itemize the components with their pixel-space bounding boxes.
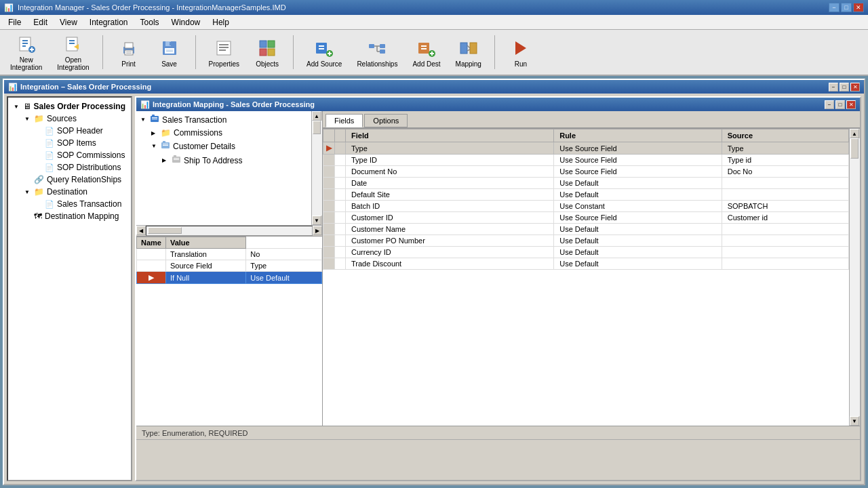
source-batchid: SOPBATCH [722, 201, 848, 212]
field-row-docno[interactable]: Document No Use Source Field Doc No [323, 166, 849, 178]
outer-maximize-button[interactable]: □ [840, 83, 849, 92]
mapping-tree-customer-details[interactable]: ▼ [149, 139, 310, 153]
tree-sources-label: Sources [47, 114, 77, 123]
field-row-customerid[interactable]: Customer ID Use Source Field Customer id [323, 212, 849, 224]
tree-sop-items[interactable]: 📄 SOP Items [33, 137, 128, 149]
mapping-tree-commissions[interactable]: ▶ 📁 Commissions [149, 127, 310, 139]
new-integration-button[interactable]: NewIntegration [5, 30, 47, 74]
tree-root-item[interactable]: ▼ 🖥 Sales Order Processing [11, 100, 128, 113]
maximize-button[interactable]: □ [841, 3, 852, 12]
tree-sources[interactable]: ▼ 📁 Sources [22, 113, 128, 125]
properties-button[interactable]: Properties [204, 35, 245, 70]
mapping-maximize-button[interactable]: □ [835, 100, 845, 109]
tree-scroll-track[interactable] [312, 121, 322, 216]
close-button[interactable]: ✕ [853, 3, 864, 12]
svg-rect-19 [166, 49, 173, 52]
add-source-icon [313, 37, 335, 59]
rule-date: Use Default [554, 178, 722, 189]
tree-destination-mapping[interactable]: 🗺 Destination Mapping [22, 210, 128, 222]
menu-view[interactable]: View [54, 16, 83, 28]
tree-scroll-left[interactable]: ◀ [136, 226, 146, 235]
field-row-customerpo[interactable]: Customer PO Number Use Default [323, 235, 849, 247]
tree-scroll-up[interactable]: ▲ [312, 111, 321, 121]
mapping-tree-ship-to[interactable]: ▶ [159, 153, 310, 167]
svg-rect-58 [163, 145, 168, 146]
fields-scroll-down[interactable]: ▼ [850, 416, 859, 426]
tree-sources-icon: 📁 [34, 114, 44, 123]
add-dest-icon [416, 37, 437, 59]
objects-button[interactable]: Objects [250, 35, 285, 70]
tree-hscroll-thumb[interactable] [148, 227, 182, 234]
field-currencyid: Currency ID [346, 247, 554, 258]
add-dest-button[interactable]: Add Dest [408, 35, 445, 70]
tree-destination-expand-icon: ▼ [24, 189, 31, 195]
tree-sop-commissions[interactable]: 📄 SOP Commissions [33, 149, 128, 161]
tree-scroll-thumb[interactable] [313, 121, 321, 134]
mapping-tree-root[interactable]: ▼ [138, 113, 310, 127]
mapping-button[interactable]: Mapping [451, 35, 486, 70]
tree-scroll-down[interactable]: ▼ [312, 216, 321, 225]
save-button[interactable]: Save [152, 35, 187, 70]
tree-query-relationships[interactable]: 🔗 Query RelationShips [22, 174, 128, 186]
outer-minimize-button[interactable]: − [829, 83, 838, 92]
mapping-close-button[interactable]: ✕ [846, 100, 856, 109]
source-customerpo [722, 235, 848, 247]
field-row-tradediscount[interactable]: Trade Discount Use Default [323, 258, 849, 270]
source-type: Type [722, 142, 848, 155]
props-row-source-field[interactable]: Source Field Type [137, 260, 322, 272]
outer-window-icon: 📊 [8, 83, 18, 92]
props-row-translation[interactable]: Translation No [137, 249, 322, 260]
open-integration-button[interactable]: OpenIntegration [52, 30, 94, 74]
field-customerpo: Customer PO Number [346, 235, 554, 247]
menu-integration[interactable]: Integration [84, 16, 134, 28]
relationships-button[interactable]: Relationships [352, 35, 402, 70]
field-row-date[interactable]: Date Use Default [323, 178, 849, 189]
props-row-if-null[interactable]: ▶ If Null Use Default [137, 272, 322, 284]
run-button[interactable]: Run [503, 35, 538, 70]
tree-sales-transaction[interactable]: 📄 Sales Transaction [33, 198, 128, 210]
expand-icon: ▼ [140, 117, 147, 123]
toolbar-sep-2 [195, 35, 196, 69]
field-tradediscount: Trade Discount [346, 258, 554, 270]
tree-sop-header-icon: 📄 [45, 127, 54, 136]
menu-edit[interactable]: Edit [28, 16, 53, 28]
fields-vscrollbar: ▲ ▼ [849, 129, 860, 426]
tree-query-icon: 🔗 [34, 175, 44, 184]
tab-options[interactable]: Options [364, 114, 408, 127]
menu-file[interactable]: File [3, 16, 26, 28]
tree-scroll-right[interactable]: ▶ [313, 226, 322, 235]
field-row-customername[interactable]: Customer Name Use Default [323, 224, 849, 235]
menu-window[interactable]: Window [166, 16, 206, 28]
svg-rect-3 [22, 45, 26, 47]
field-row-type[interactable]: ▶ Type Use Source Field Type [323, 142, 849, 155]
mapping-tree: ▼ [136, 111, 311, 225]
print-button[interactable]: Print [111, 35, 146, 70]
tree-destination[interactable]: ▼ 📁 Destination [22, 186, 128, 198]
mapping-bottom-area [136, 439, 860, 480]
print-icon [118, 37, 140, 59]
tree-sop-distributions[interactable]: 📄 SOP Distributions [33, 161, 128, 174]
fields-scroll-up[interactable]: ▲ [850, 129, 859, 138]
tree-hscroll-track[interactable] [146, 226, 313, 236]
field-row-defaultsite[interactable]: Default Site Use Default [323, 189, 849, 201]
svg-rect-41 [421, 45, 427, 47]
menu-help[interactable]: Help [207, 16, 235, 28]
tab-fields[interactable]: Fields [326, 114, 363, 127]
app-icon: 📊 [4, 3, 14, 12]
ship-to-expand: ▶ [162, 157, 169, 163]
open-integration-label: OpenIntegration [57, 56, 89, 71]
add-source-button[interactable]: Add Source [302, 35, 347, 70]
outer-close-button[interactable]: ✕ [850, 83, 860, 92]
field-row-typeid[interactable]: Type ID Use Source Field Type id [323, 155, 849, 166]
field-row-currencyid[interactable]: Currency ID Use Default [323, 247, 849, 258]
toolbar: NewIntegration OpenIntegration Print [0, 30, 868, 76]
menu-tools[interactable]: Tools [135, 16, 165, 28]
tree-sop-header[interactable]: 📄 SOP Header [33, 125, 128, 137]
mapping-status-bar: Type: Enumeration, REQUIRED [136, 426, 860, 439]
fields-scroll-thumb[interactable] [850, 138, 859, 159]
fields-scroll-track[interactable] [850, 138, 860, 416]
props-if-null-value: Use Default [246, 272, 322, 284]
mapping-minimize-button[interactable]: − [825, 100, 834, 109]
minimize-button[interactable]: − [829, 3, 840, 12]
field-row-batchid[interactable]: Batch ID Use Constant SOPBATCH [323, 201, 849, 212]
